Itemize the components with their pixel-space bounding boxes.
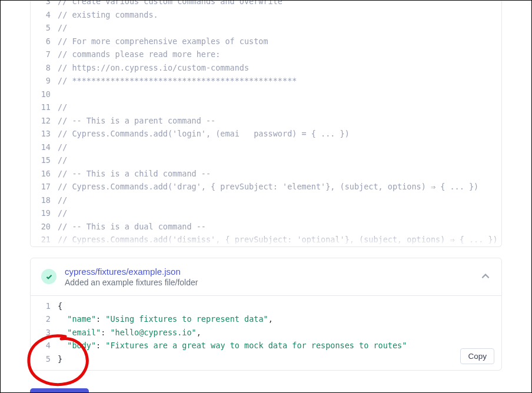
code-line: 17// Cypress.Commands.add('drag', { prev… — [31, 180, 501, 194]
json-code-block: 1 { 2 "name": "Using fixtures to represe… — [31, 296, 501, 371]
copy-button[interactable]: Copy — [460, 348, 494, 364]
code-text: // -- This is a parent command -- — [58, 114, 501, 128]
line-number: 10 — [31, 88, 58, 101]
continue-button[interactable]: Continue — [30, 388, 89, 393]
code-text: // Cypress.Commands.add('login', (emai p… — [58, 127, 501, 141]
line-number: 2 — [31, 312, 58, 326]
file-header[interactable]: cypress/fixtures/example.json Added an e… — [31, 258, 501, 296]
code-text: // *************************************… — [58, 74, 501, 88]
line-number: 3 — [31, 0, 58, 8]
line-number: 11 — [31, 101, 58, 114]
code-line: 7// commands please read more here: — [31, 48, 501, 61]
line-number: 5 — [31, 21, 58, 35]
line-number: 7 — [31, 48, 58, 61]
line-number: 13 — [31, 127, 58, 141]
code-block: 3// create various custom commands and o… — [31, 0, 501, 247]
line-number: 18 — [31, 194, 58, 207]
code-line: 12// -- This is a parent command -- — [31, 114, 501, 128]
code-text: // -- This is a child command -- — [58, 167, 501, 181]
code-text: // — [58, 141, 501, 154]
line-number: 4 — [31, 339, 58, 352]
line-number: 5 — [31, 352, 58, 366]
code-line: 15// — [31, 154, 501, 167]
line-number: 17 — [31, 180, 58, 194]
line-number: 4 — [31, 8, 58, 22]
code-panel-commands: 3// create various custom commands and o… — [30, 0, 502, 247]
success-check-icon — [41, 269, 56, 284]
code-text: // create various custom commands and ov… — [58, 0, 501, 8]
code-text: // -- This is a dual command -- — [58, 220, 501, 234]
code-line: 3 "email": "hello@cypress.io", — [31, 326, 501, 339]
code-text: // — [58, 194, 501, 207]
line-number: 1 — [31, 299, 58, 313]
file-panel-example-json: cypress/fixtures/example.json Added an e… — [30, 258, 502, 371]
code-line: 13// Cypress.Commands.add('login', (emai… — [31, 127, 501, 141]
code-line: 2 "name": "Using fixtures to represent d… — [31, 312, 501, 326]
code-line: 20// -- This is a dual command -- — [31, 220, 501, 234]
line-number: 19 — [31, 207, 58, 220]
line-number: 9 — [31, 74, 58, 88]
code-line: 9// ************************************… — [31, 74, 501, 88]
code-line: 5// — [31, 21, 501, 35]
line-number: 8 — [31, 61, 58, 75]
code-line: 16// -- This is a child command -- — [31, 167, 501, 181]
line-number: 12 — [31, 114, 58, 128]
code-text: // For more comprehensive examples of cu… — [58, 35, 501, 48]
code-text: // — [58, 154, 501, 167]
line-number: 15 — [31, 154, 58, 167]
code-line: 10 — [31, 88, 501, 101]
code-line: 5 } — [31, 352, 501, 366]
line-number: 16 — [31, 167, 58, 181]
code-line: 8// https://on.cypress.io/custom-command… — [31, 61, 501, 75]
code-line: 1 { — [31, 299, 501, 313]
file-meta: cypress/fixtures/example.json Added an e… — [65, 267, 472, 287]
line-number: 6 — [31, 35, 58, 48]
code-text: // existing commands. — [58, 8, 501, 22]
code-line: 6// For more comprehensive examples of c… — [31, 35, 501, 48]
file-name: cypress/fixtures/example.json — [65, 267, 472, 277]
code-line: 14// — [31, 141, 501, 154]
line-number: 20 — [31, 220, 58, 234]
code-text: // — [58, 101, 501, 114]
line-number: 21 — [31, 233, 58, 247]
code-text: // — [58, 21, 501, 35]
code-line: 21// Cypress.Commands.add('dismiss', { p… — [31, 233, 501, 247]
code-text: // — [58, 207, 501, 220]
code-line: 3// create various custom commands and o… — [31, 0, 501, 8]
file-description: Added an example fixtures file/folder — [65, 278, 472, 287]
code-text: // https://on.cypress.io/custom-commands — [58, 61, 501, 75]
continue-area: Continue — [30, 388, 502, 393]
code-text: // Cypress.Commands.add('drag', { prevSu… — [58, 180, 501, 194]
code-line: 18// — [31, 194, 501, 207]
code-text: // Cypress.Commands.add('dismiss', { pre… — [58, 233, 501, 247]
code-line: 4 "body": "Fixtures are a great way to m… — [31, 339, 501, 352]
code-line: 11// — [31, 101, 501, 114]
line-number: 3 — [31, 326, 58, 339]
code-line: 4// existing commands. — [31, 8, 501, 22]
chevron-up-icon[interactable] — [480, 271, 491, 282]
code-line: 19// — [31, 207, 501, 220]
code-text: // commands please read more here: — [58, 48, 501, 61]
line-number: 14 — [31, 141, 58, 154]
